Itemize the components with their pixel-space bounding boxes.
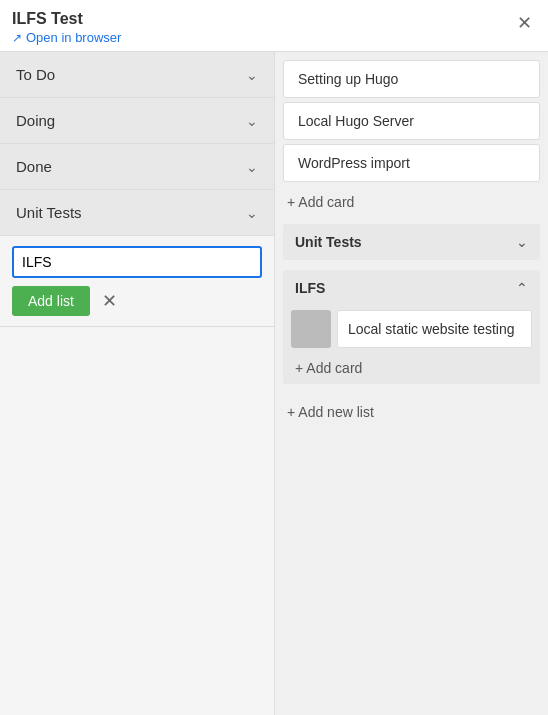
doing-chevron-icon: ⌄ <box>246 113 258 129</box>
todo-chevron-icon: ⌄ <box>246 67 258 83</box>
add-card-label: + Add card <box>287 194 354 210</box>
ilfs-card-text[interactable]: Local static website testing <box>337 310 532 348</box>
unit-tests-right-label: Unit Tests <box>295 234 362 250</box>
ilfs-label: ILFS <box>295 280 325 296</box>
todo-header[interactable]: To Do ⌄ <box>0 52 274 97</box>
unit-tests-left-label: Unit Tests <box>16 204 82 221</box>
ilfs-section: ILFS ⌃ Local static website testing + Ad… <box>283 270 540 384</box>
done-label: Done <box>16 158 52 175</box>
doing-label: Doing <box>16 112 55 129</box>
unit-tests-right-chevron-icon: ⌄ <box>516 234 528 250</box>
todo-label: To Do <box>16 66 55 83</box>
unit-tests-left-section: Unit Tests ⌄ <box>0 190 274 236</box>
close-button[interactable]: ✕ <box>513 10 536 36</box>
unit-tests-left-header[interactable]: Unit Tests ⌄ <box>0 190 274 235</box>
left-panel: To Do ⌄ Doing ⌄ Done ⌄ Unit Tests ⌄ <box>0 52 275 715</box>
doing-header[interactable]: Doing ⌄ <box>0 98 274 143</box>
ilfs-add-card-label: + Add card <box>295 360 362 376</box>
open-in-browser-label: Open in browser <box>26 30 121 45</box>
unit-tests-right-section[interactable]: Unit Tests ⌄ <box>283 224 540 260</box>
done-header[interactable]: Done ⌄ <box>0 144 274 189</box>
doing-section: Doing ⌄ <box>0 98 274 144</box>
header-left: ILFS Test ↗ Open in browser <box>12 10 121 45</box>
unit-tests-left-chevron-icon: ⌄ <box>246 205 258 221</box>
page-title: ILFS Test <box>12 10 121 28</box>
add-new-list-label: + Add new list <box>287 404 374 420</box>
open-in-browser-link[interactable]: ↗ Open in browser <box>12 30 121 45</box>
add-list-actions: Add list ✕ <box>12 286 262 316</box>
add-list-button[interactable]: Add list <box>12 286 90 316</box>
card-setting-up-hugo[interactable]: Setting up Hugo <box>283 60 540 98</box>
ilfs-chevron-icon: ⌃ <box>516 280 528 296</box>
done-chevron-icon: ⌄ <box>246 159 258 175</box>
add-card-button[interactable]: + Add card <box>283 186 540 218</box>
ilfs-add-card-button[interactable]: + Add card <box>283 352 540 384</box>
add-new-list-button[interactable]: + Add new list <box>283 396 540 428</box>
ilfs-card-thumbnail <box>291 310 331 348</box>
card-local-hugo-server[interactable]: Local Hugo Server <box>283 102 540 140</box>
cancel-add-list-button[interactable]: ✕ <box>98 288 121 314</box>
done-section: Done ⌄ <box>0 144 274 190</box>
new-list-input[interactable] <box>12 246 262 278</box>
card-wordpress-import[interactable]: WordPress import <box>283 144 540 182</box>
separator3 <box>283 388 540 394</box>
add-list-form: Add list ✕ <box>0 236 274 327</box>
external-link-icon: ↗ <box>12 31 22 45</box>
ilfs-card-row: Local static website testing <box>291 310 532 348</box>
todo-section: To Do ⌄ <box>0 52 274 98</box>
main-area: To Do ⌄ Doing ⌄ Done ⌄ Unit Tests ⌄ <box>0 52 548 715</box>
app-header: ILFS Test ↗ Open in browser ✕ <box>0 0 548 52</box>
right-panel: Setting up Hugo Local Hugo Server WordPr… <box>275 52 548 715</box>
ilfs-section-header[interactable]: ILFS ⌃ <box>283 270 540 306</box>
